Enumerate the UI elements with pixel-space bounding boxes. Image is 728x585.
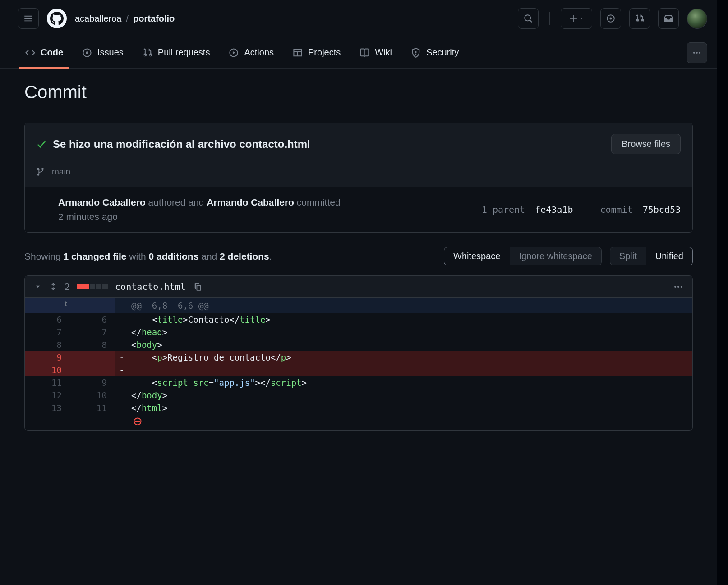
issues-button[interactable] xyxy=(600,8,621,29)
file-name[interactable]: contacto.html xyxy=(115,281,186,292)
tab-issues[interactable]: Issues xyxy=(82,37,124,68)
diff-sign xyxy=(115,389,129,402)
tab-code[interactable]: Code xyxy=(25,37,63,68)
diff-sign xyxy=(115,326,129,338)
tab-code-label: Code xyxy=(41,47,63,58)
breadcrumb-separator: / xyxy=(126,14,129,24)
page-content: Commit Se hizo una modificación al archi… xyxy=(0,69,717,458)
top-bar: acaballeroa / portafolio xyxy=(0,0,717,37)
tab-projects[interactable]: Projects xyxy=(293,37,341,68)
github-logo[interactable] xyxy=(47,9,67,28)
no-newline-row xyxy=(25,414,692,430)
breadcrumb: acaballeroa / portafolio xyxy=(75,14,175,24)
browse-files-button[interactable]: Browse files xyxy=(611,134,681,154)
tab-actions-label: Actions xyxy=(244,47,274,58)
tab-security[interactable]: Security xyxy=(411,37,459,68)
hunk-header: @@ -6,8 +6,6 @@ xyxy=(129,298,692,313)
old-line-number[interactable]: 12 xyxy=(25,389,70,402)
pull-request-icon xyxy=(635,14,644,23)
whitespace-button[interactable]: Whitespace xyxy=(444,247,510,265)
view-toggle: Split Unified xyxy=(610,247,693,265)
diff-squares xyxy=(77,284,108,289)
branch-name[interactable]: main xyxy=(52,167,70,177)
tab-projects-label: Projects xyxy=(308,47,341,58)
breadcrumb-owner[interactable]: acaballeroa xyxy=(75,14,121,24)
new-line-number[interactable] xyxy=(70,364,115,376)
code-content: <script src="app.js"></script> xyxy=(129,376,692,389)
old-line-number[interactable]: 9 xyxy=(25,351,70,364)
svg-point-4 xyxy=(677,286,679,288)
search-icon xyxy=(524,14,533,23)
expand-hunk-button[interactable] xyxy=(25,298,115,313)
diffstat-row: Showing 1 changed file with 0 additions … xyxy=(24,247,693,265)
repo-nav: Code Issues Pull requests Actions Projec… xyxy=(0,37,717,69)
diff-sign: - xyxy=(115,364,129,376)
menu-button[interactable] xyxy=(18,8,39,29)
copy-path-button[interactable] xyxy=(193,282,202,291)
old-line-number[interactable]: 11 xyxy=(25,376,70,389)
breadcrumb-repo[interactable]: portafolio xyxy=(133,14,175,24)
new-line-number[interactable]: 11 xyxy=(70,402,115,414)
github-mark-icon xyxy=(50,12,64,25)
check-icon xyxy=(37,139,46,149)
diff-line: 1311</html> xyxy=(25,402,692,414)
new-line-number[interactable]: 10 xyxy=(70,389,115,402)
diffstat-text: Showing 1 changed file with 0 additions … xyxy=(24,251,444,262)
tab-wiki-label: Wiki xyxy=(375,47,392,58)
new-line-number[interactable] xyxy=(70,351,115,364)
code-icon xyxy=(25,48,35,58)
no-newline-icon xyxy=(133,417,142,426)
old-line-number[interactable]: 6 xyxy=(25,313,70,326)
svg-point-2 xyxy=(699,52,700,54)
expand-all-button[interactable] xyxy=(49,283,57,291)
diff-line: 88<body> xyxy=(25,338,692,351)
tab-actions[interactable]: Actions xyxy=(229,37,274,68)
old-line-number[interactable]: 10 xyxy=(25,364,70,376)
pull-request-nav-icon xyxy=(143,48,152,58)
table-icon xyxy=(293,48,303,58)
code-content: <body> xyxy=(129,338,692,351)
diff-sign xyxy=(115,313,129,326)
tab-security-label: Security xyxy=(426,47,459,58)
new-line-number[interactable]: 8 xyxy=(70,338,115,351)
old-line-number[interactable]: 13 xyxy=(25,402,70,414)
file-menu-button[interactable] xyxy=(673,282,683,292)
tab-wiki[interactable]: Wiki xyxy=(359,37,392,68)
caret-down-icon xyxy=(579,16,584,21)
collapse-file-button[interactable] xyxy=(34,283,42,291)
dot-circle-icon xyxy=(606,14,615,23)
ignore-whitespace-button[interactable]: Ignore whitespace xyxy=(510,247,602,265)
search-button[interactable] xyxy=(518,8,539,29)
tab-pulls[interactable]: Pull requests xyxy=(143,37,210,68)
more-tabs-button[interactable] xyxy=(687,42,707,63)
issue-icon xyxy=(82,48,92,58)
old-line-number[interactable]: 8 xyxy=(25,338,70,351)
parent-label: 1 parent xyxy=(482,204,525,215)
unified-button[interactable]: Unified xyxy=(646,247,693,265)
commit-header: Se hizo una modificación al archivo cont… xyxy=(25,123,692,187)
branch-icon xyxy=(37,167,46,176)
new-line-number[interactable]: 7 xyxy=(70,326,115,338)
divider xyxy=(549,12,550,25)
code-content xyxy=(129,364,692,376)
svg-point-1 xyxy=(696,52,698,54)
diff-line: 119 <script src="app.js"></script> xyxy=(25,376,692,389)
commit-time: 2 minutes ago xyxy=(58,211,482,222)
split-button[interactable]: Split xyxy=(610,247,646,265)
diff-line: 9- <p>Registro de contacto</p> xyxy=(25,351,692,364)
hunk-header-row: @@ -6,8 +6,6 @@ xyxy=(25,298,692,313)
svg-point-3 xyxy=(674,286,676,288)
inbox-button[interactable] xyxy=(658,8,679,29)
hamburger-icon xyxy=(24,14,33,23)
pull-requests-button[interactable] xyxy=(629,8,650,29)
avatar[interactable] xyxy=(687,9,707,29)
new-line-number[interactable]: 9 xyxy=(70,376,115,389)
diff-line: 77</head> xyxy=(25,326,692,338)
code-content: </head> xyxy=(129,326,692,338)
diff-line: 10- xyxy=(25,364,692,376)
parent-sha[interactable]: fe43a1b xyxy=(535,204,573,215)
tab-issues-label: Issues xyxy=(97,47,124,58)
new-line-number[interactable]: 6 xyxy=(70,313,115,326)
create-menu-button[interactable] xyxy=(561,8,592,29)
old-line-number[interactable]: 7 xyxy=(25,326,70,338)
